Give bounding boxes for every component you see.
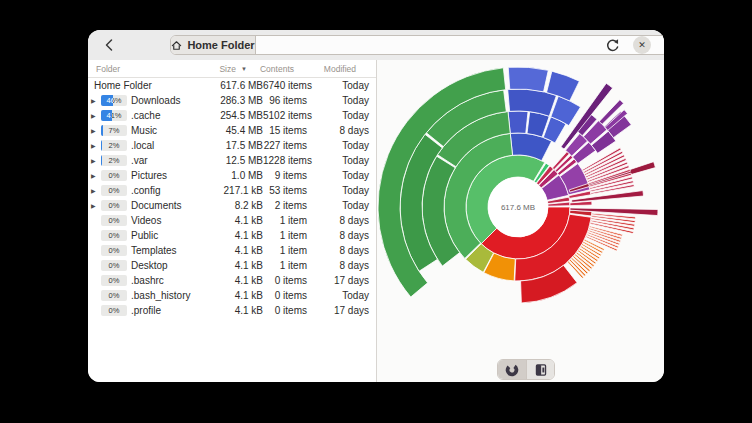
rings-chart[interactable]: 617.6 MB	[377, 60, 664, 382]
percent-label: 0%	[101, 290, 127, 301]
contents-cell: 6740 items	[263, 80, 307, 91]
percent-label: 0%	[101, 275, 127, 286]
contents-cell: 5102 items	[263, 110, 307, 121]
modified-cell: 8 days	[307, 245, 369, 256]
sort-descending-icon[interactable]: ▼	[236, 66, 252, 72]
modified-cell: 8 days	[307, 125, 369, 136]
table-row[interactable]: 0%0%.bash_history4.1 kB0 itemsToday	[88, 288, 376, 303]
chart-center-label: 617.6 MB	[501, 203, 535, 212]
percent-label: 7%	[101, 125, 127, 136]
size-cell: 4.1 kB	[193, 290, 263, 301]
table-row[interactable]: 0%0%Public4.1 kB1 item8 days	[88, 228, 376, 243]
size-cell: 17.5 MB	[193, 140, 263, 151]
size-cell: 4.1 kB	[193, 245, 263, 256]
percent-label-inverse: 41%	[101, 110, 112, 121]
percent-label: 0%	[101, 185, 127, 196]
expander-icon[interactable]: ▶	[91, 142, 101, 149]
percent-badge: 2%2%	[101, 140, 127, 151]
folder-name-cell: ▶0%0%.config	[88, 185, 193, 196]
folder-name-cell: ▶0%0%Pictures	[88, 170, 193, 181]
desktop-background: { "accent_color": "#3584e4", "window": {…	[0, 0, 752, 423]
folder-name-cell: ▶0%0%Documents	[88, 200, 193, 211]
percent-badge: 0%0%	[101, 290, 127, 301]
folder-name-label: .profile	[131, 305, 161, 316]
contents-cell: 9 items	[263, 170, 307, 181]
size-cell: 1.0 MB	[193, 170, 263, 181]
chart-segment[interactable]	[508, 111, 528, 133]
modified-cell: Today	[307, 95, 369, 106]
percent-label-inverse: 2%	[101, 140, 102, 151]
close-button[interactable]: ✕	[633, 36, 651, 54]
expander-icon[interactable]: ▶	[91, 97, 101, 104]
folder-name-cell: ▶7%7%Music	[88, 125, 193, 136]
table-row[interactable]: Home Folder617.6 MB6740 itemsToday	[88, 78, 376, 93]
folder-name-cell: ▶41%41%.cache	[88, 110, 193, 121]
percent-label: 0%	[101, 215, 127, 226]
table-row[interactable]: ▶0%0%.config217.1 kB53 itemsToday	[88, 183, 376, 198]
table-row[interactable]: 0%0%Desktop4.1 kB1 item8 days	[88, 258, 376, 273]
expander-icon[interactable]: ▶	[91, 112, 101, 119]
percent-badge: 0%0%	[101, 215, 127, 226]
path-segment-home-folder[interactable]: Home Folder	[171, 36, 256, 54]
expander-icon[interactable]: ▶	[91, 202, 101, 209]
column-header-size[interactable]: Size	[180, 64, 236, 74]
table-row[interactable]: ▶41%41%.cache254.5 MB5102 itemsToday	[88, 108, 376, 123]
modified-cell: Today	[307, 185, 369, 196]
folder-name-cell: 0%0%.profile	[88, 305, 193, 316]
column-header-contents[interactable]: Contents	[252, 64, 294, 74]
percent-label: 0%	[101, 230, 127, 241]
table-row[interactable]: 0%0%.bashrc4.1 kB0 items17 days	[88, 273, 376, 288]
size-cell: 286.3 MB	[193, 95, 263, 106]
chart-view-toggle	[497, 359, 555, 380]
folder-name-cell: 0%0%Public	[88, 230, 193, 241]
size-cell: 617.6 MB	[193, 80, 263, 91]
contents-cell: 1 item	[263, 215, 307, 226]
folder-name-cell: ▶2%2%.var	[88, 155, 193, 166]
modified-cell: 8 days	[307, 230, 369, 241]
expander-icon[interactable]: ▶	[91, 127, 101, 134]
table-row[interactable]: ▶0%0%Pictures1.0 MB9 itemsToday	[88, 168, 376, 183]
modified-cell: Today	[307, 110, 369, 121]
chart-segment[interactable]	[508, 67, 548, 92]
refresh-icon	[605, 38, 620, 53]
folder-name-label: .config	[131, 185, 160, 196]
table-row[interactable]: 0%0%.profile4.1 kB0 items17 days	[88, 303, 376, 318]
folder-name-label: .var	[131, 155, 148, 166]
table-row[interactable]: 0%0%Templates4.1 kB1 item8 days	[88, 243, 376, 258]
expander-icon[interactable]: ▶	[91, 187, 101, 194]
folder-tree: Home Folder617.6 MB6740 itemsToday▶46%46…	[88, 78, 376, 318]
folder-name-label: Home Folder	[94, 80, 152, 91]
folder-name-cell: ▶2%2%.local	[88, 140, 193, 151]
path-bar: Home Folder	[170, 35, 664, 55]
percent-label-inverse: 2%	[101, 155, 102, 166]
percent-label: 0%	[101, 200, 127, 211]
table-row[interactable]: ▶2%2%.local17.5 MB227 itemsToday	[88, 138, 376, 153]
folder-name-label: Desktop	[131, 260, 168, 271]
column-header-folder[interactable]: Folder	[88, 64, 180, 74]
folder-name-label: Pictures	[131, 170, 167, 181]
rings-chart-button[interactable]	[498, 360, 526, 379]
folder-name-cell: ▶46%46%Downloads	[88, 95, 193, 106]
percent-badge: 46%46%	[101, 95, 127, 106]
percent-badge: 41%41%	[101, 110, 127, 121]
contents-cell: 96 items	[263, 95, 307, 106]
expander-icon[interactable]: ▶	[91, 172, 101, 179]
table-row[interactable]: 0%0%Videos4.1 kB1 item8 days	[88, 213, 376, 228]
contents-cell: 1 item	[263, 260, 307, 271]
treemap-chart-button[interactable]	[526, 360, 554, 379]
percent-badge: 0%0%	[101, 305, 127, 316]
contents-cell: 0 items	[263, 275, 307, 286]
refresh-button[interactable]	[600, 34, 624, 56]
table-row[interactable]: ▶0%0%Documents8.2 kB2 itemsToday	[88, 198, 376, 213]
size-cell: 8.2 kB	[193, 200, 263, 211]
folder-tree-panel: Folder Size ▼ Contents Modified Home Fol…	[88, 60, 376, 382]
column-header-modified[interactable]: Modified	[294, 64, 376, 74]
contents-cell: 1228 items	[263, 155, 307, 166]
folder-name-label: Downloads	[131, 95, 180, 106]
size-cell: 4.1 kB	[193, 230, 263, 241]
back-button[interactable]	[98, 35, 120, 55]
table-row[interactable]: ▶46%46%Downloads286.3 MB96 itemsToday	[88, 93, 376, 108]
table-row[interactable]: ▶2%2%.var12.5 MB1228 itemsToday	[88, 153, 376, 168]
expander-icon[interactable]: ▶	[91, 157, 101, 164]
table-row[interactable]: ▶7%7%Music45.4 MB15 items8 days	[88, 123, 376, 138]
